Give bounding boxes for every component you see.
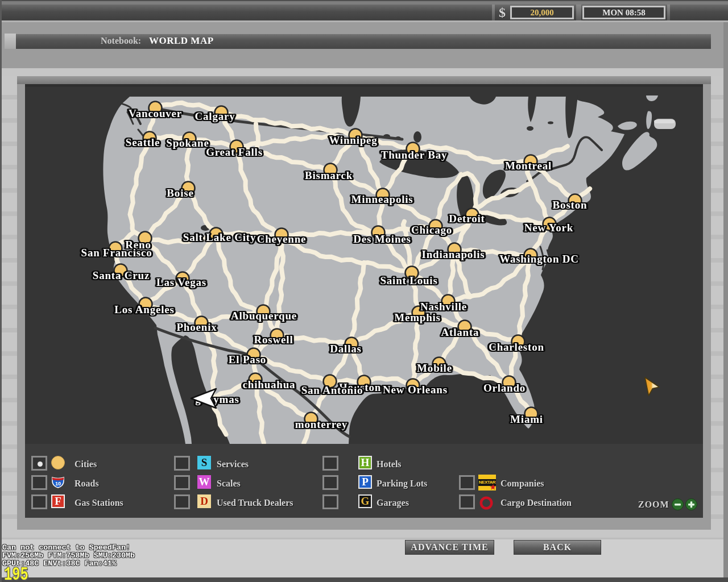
- svg-text:10: 10: [55, 481, 61, 487]
